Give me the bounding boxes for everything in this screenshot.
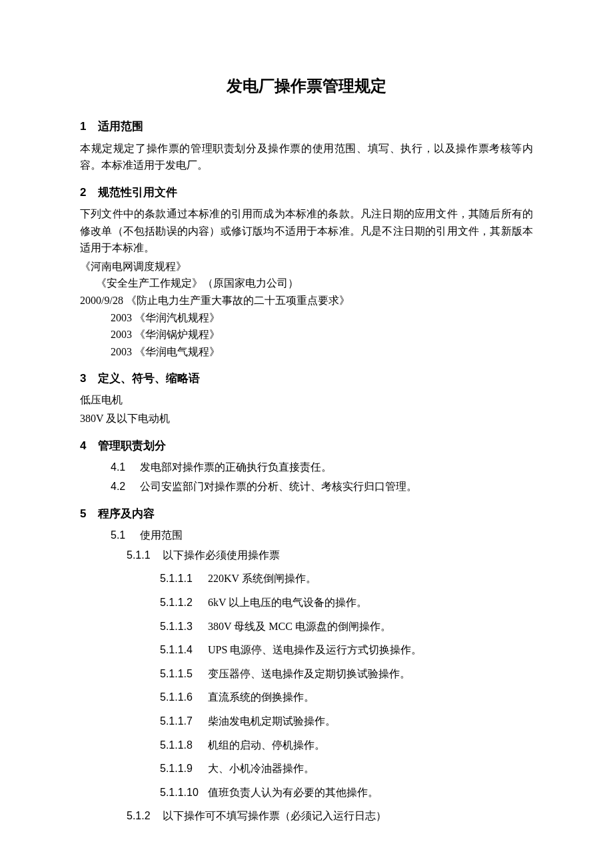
item-4-2-number: 4.2 <box>111 478 137 495</box>
item-5-1-2-text: 以下操作可不填写操作票（必须记入运行日志） <box>163 810 386 821</box>
item-5-1-1-5: 5.1.1.5 变压器停、送电操作及定期切换试验操作。 <box>80 665 533 683</box>
item-5-1-1-number: 5.1.1 <box>127 547 160 564</box>
item-5-1-1-8-text: 机组的启动、停机操作。 <box>208 739 325 751</box>
section-2-title: 规范性引用文件 <box>98 186 177 199</box>
item-5-1-1-3-text: 380V 母线及 MCC 电源盘的倒闸操作。 <box>208 621 391 632</box>
section-5-heading: 5 程序及内容 <box>80 505 533 523</box>
reference-3: 2000/9/28 《防止电力生产重大事故的二十五项重点要求》 <box>80 292 533 309</box>
section-3-heading: 3 定义、符号、缩略语 <box>80 369 533 387</box>
item-5-1-1-8: 5.1.1.8 机组的启动、停机操作。 <box>80 737 533 754</box>
item-5-1-1-5-text: 变压器停、送电操作及定期切换试验操作。 <box>208 668 410 679</box>
item-5-1-2: 5.1.2 以下操作可不填写操作票（必须记入运行日志） <box>80 807 533 825</box>
section-3-line1: 低压电机 <box>80 391 533 409</box>
item-5-1-number: 5.1 <box>111 527 137 544</box>
section-2-paragraph: 下列文件中的条款通过本标准的引用而成为本标准的条款。凡注日期的应用文件，其随后所… <box>80 205 533 257</box>
section-2-heading: 2 规范性引用文件 <box>80 183 533 201</box>
document-title: 发电厂操作票管理规定 <box>80 73 533 99</box>
section-1-heading: 1 适用范围 <box>80 117 533 135</box>
item-5-1-1-4-text: UPS 电源停、送电操作及运行方式切换操作。 <box>208 644 422 655</box>
item-5-1-1-3-number: 5.1.1.3 <box>160 618 205 635</box>
item-5-1-1-1: 5.1.1.1 220KV 系统倒闸操作。 <box>80 570 533 587</box>
section-4-number: 4 <box>80 437 95 455</box>
item-5-1-1-2-text: 6kV 以上电压的电气设备的操作。 <box>208 597 367 608</box>
item-5-1-1-6-text: 直流系统的倒换操作。 <box>208 691 314 703</box>
item-5-1-1-9-number: 5.1.1.9 <box>160 760 205 777</box>
item-4-2: 4.2 公司安监部门对操作票的分析、统计、考核实行归口管理。 <box>80 478 533 495</box>
item-5-1: 5.1 使用范围 <box>80 527 533 544</box>
reference-6: 2003 《华润电气规程》 <box>80 343 533 361</box>
reference-2: 《安全生产工作规定》（原国家电力公司） <box>80 275 533 292</box>
item-5-1-1: 5.1.1 以下操作必须使用操作票 <box>80 547 533 564</box>
item-5-1-1-1-number: 5.1.1.1 <box>160 570 205 587</box>
item-4-1-number: 4.1 <box>111 459 137 476</box>
item-5-1-1-4-number: 5.1.1.4 <box>160 641 205 659</box>
item-5-1-1-8-number: 5.1.1.8 <box>160 737 205 754</box>
item-5-1-1-2-number: 5.1.1.2 <box>160 594 205 611</box>
section-5-number: 5 <box>80 505 95 523</box>
item-5-1-2-number: 5.1.2 <box>127 807 160 825</box>
item-5-1-1-10-text: 值班负责人认为有必要的其他操作。 <box>208 787 378 798</box>
item-5-1-1-6-number: 5.1.1.6 <box>160 689 205 706</box>
section-1-paragraph: 本规定规定了操作票的管理职责划分及操作票的使用范围、填写、执行，以及操作票考核等… <box>80 140 533 174</box>
item-5-1-text: 使用范围 <box>140 529 183 541</box>
section-1-number: 1 <box>80 117 95 135</box>
section-5-title: 程序及内容 <box>98 507 155 520</box>
item-5-1-1-10-number: 5.1.1.10 <box>160 784 205 801</box>
item-5-1-1-1-text: 220KV 系统倒闸操作。 <box>208 573 316 584</box>
item-4-2-text: 公司安监部门对操作票的分析、统计、考核实行归口管理。 <box>140 481 417 492</box>
item-5-1-1-7-text: 柴油发电机定期试验操作。 <box>208 715 336 727</box>
reference-1: 《河南电网调度规程》 <box>80 258 533 275</box>
reference-5: 2003 《华润锅炉规程》 <box>80 326 533 343</box>
item-4-1: 4.1 发电部对操作票的正确执行负直接责任。 <box>80 459 533 476</box>
section-3-line2: 380V 及以下电动机 <box>80 410 533 427</box>
item-5-1-1-10: 5.1.1.10 值班负责人认为有必要的其他操作。 <box>80 784 533 801</box>
item-5-1-1-9-text: 大、小机冷油器操作。 <box>208 763 314 774</box>
section-1-title: 适用范围 <box>98 120 143 133</box>
item-5-1-1-5-number: 5.1.1.5 <box>160 665 205 683</box>
section-3-title: 定义、符号、缩略语 <box>98 372 200 385</box>
item-5-1-1-7: 5.1.1.7 柴油发电机定期试验操作。 <box>80 713 533 730</box>
item-5-1-1-text: 以下操作必须使用操作票 <box>163 549 280 561</box>
item-4-1-text: 发电部对操作票的正确执行负直接责任。 <box>140 461 332 473</box>
item-5-1-1-4: 5.1.1.4 UPS 电源停、送电操作及运行方式切换操作。 <box>80 641 533 659</box>
section-2-number: 2 <box>80 183 95 201</box>
section-4-heading: 4 管理职责划分 <box>80 437 533 455</box>
item-5-1-1-3: 5.1.1.3 380V 母线及 MCC 电源盘的倒闸操作。 <box>80 618 533 635</box>
section-3-number: 3 <box>80 369 95 387</box>
section-4-title: 管理职责划分 <box>98 439 166 452</box>
reference-4: 2003 《华润汽机规程》 <box>80 309 533 327</box>
item-5-1-1-7-number: 5.1.1.7 <box>160 713 205 730</box>
item-5-1-1-6: 5.1.1.6 直流系统的倒换操作。 <box>80 689 533 706</box>
item-5-1-1-2: 5.1.1.2 6kV 以上电压的电气设备的操作。 <box>80 594 533 611</box>
item-5-1-1-9: 5.1.1.9 大、小机冷油器操作。 <box>80 760 533 777</box>
